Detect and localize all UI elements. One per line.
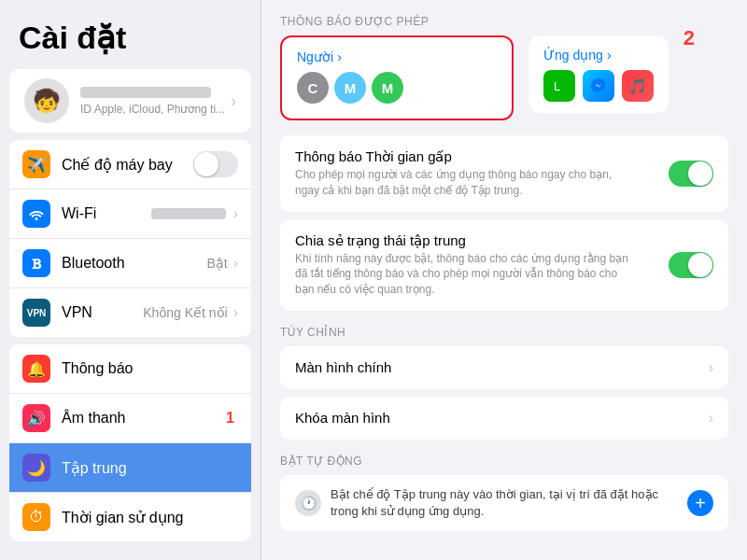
lock-screen-chevron-icon: › (709, 410, 713, 427)
share-label: Chia sẻ trạng thái tập trung (295, 232, 669, 249)
share-status-row: Chia sẻ trạng thái tập trung Khi tính nă… (280, 219, 728, 311)
toggle-thumb (688, 161, 712, 186)
allowed-section: Người › C M M Ứng dụng › (280, 35, 728, 120)
svg-text:L: L (554, 79, 560, 93)
lock-screen-label: Khóa màn hình (295, 410, 390, 426)
urgent-notification-row: Thông báo Thời gian gấp Cho phép mọi ngư… (280, 135, 728, 212)
main-screen-chevron-icon: › (709, 359, 713, 376)
sidebar-section-1: ✈️ Chế độ máy bay Wi-Fi › ʙ Bluetooth Bậ… (9, 140, 251, 337)
sidebar-item-notification[interactable]: 🔔 Thông báo (9, 344, 251, 394)
screentime-label: Thời gian sử dụng (62, 509, 238, 526)
sidebar-item-bluetooth[interactable]: ʙ Bluetooth Bật › (9, 239, 251, 288)
customize-header: TÙY CHỈNH (280, 326, 728, 339)
sound-label: Âm thanh (62, 410, 226, 427)
urgent-row-info: Thông báo Thời gian gấp Cho phép mọi ngư… (295, 148, 669, 199)
person-avatar-m2: M (372, 72, 403, 104)
people-card[interactable]: Người › C M M (280, 35, 514, 120)
urgent-label: Thông báo Thời gian gấp (295, 148, 669, 165)
share-row-info: Chia sẻ trạng thái tập trung Khi tính nă… (295, 232, 669, 298)
sidebar: Cài đặt 🧒 ID Apple, iCloud, Phương ti...… (0, 0, 261, 560)
toggle-thumb-2 (688, 253, 712, 277)
sidebar-item-airplane[interactable]: ✈️ Chế độ máy bay (9, 140, 251, 189)
clock-icon: 🕐 (295, 490, 321, 516)
vpn-value: Không Kết nối (143, 305, 227, 320)
share-desc: Khi tính năng này được bật, thông báo ch… (295, 251, 631, 298)
sidebar-item-screentime[interactable]: ⏱ Thời gian sử dụng (9, 493, 251, 541)
vpn-icon: VPN (22, 299, 50, 327)
sidebar-item-focus[interactable]: 🌙 Tập trung (9, 443, 251, 493)
sidebar-title: Cài đặt (0, 0, 261, 65)
lock-screen-row[interactable]: Khóa màn hình › (280, 397, 728, 440)
sidebar-item-wifi[interactable]: Wi-Fi › (9, 189, 251, 239)
vpn-label: VPN (62, 304, 143, 321)
avatar: 🧒 (24, 78, 69, 123)
wifi-icon (22, 200, 50, 228)
profile-row[interactable]: 🧒 ID Apple, iCloud, Phương ti... › (9, 69, 251, 133)
profile-name-blur (80, 87, 211, 98)
sidebar-section-2: 🔔 Thông báo 🔊 Âm thanh 1 🌙 Tập trung ⏱ T… (9, 344, 251, 541)
bluetooth-label: Bluetooth (62, 255, 206, 272)
line-app-icon: L (543, 70, 575, 102)
allowed-section-header: THÔNG BÁO ĐƯỢC PHÉP (280, 15, 728, 28)
badge-1: 1 (226, 410, 234, 427)
music-app-icon: 🎵 (622, 70, 654, 102)
main-screen-label: Màn hình chính (295, 359, 391, 375)
share-toggle[interactable] (669, 252, 713, 278)
notification-label: Thông báo (62, 360, 238, 377)
vpn-chevron-icon: › (233, 304, 238, 321)
people-card-title: Người › (297, 49, 497, 64)
app-icons: L 🎵 (543, 70, 654, 102)
sound-icon: 🔊 (22, 404, 50, 432)
bluetooth-chevron-icon: › (233, 255, 238, 272)
auto-row-text: Bật chế độ Tập trung này vào thời gian, … (331, 486, 687, 520)
main-panel: THÔNG BÁO ĐƯỢC PHÉP Người › C M M Ứng dụ… (261, 0, 747, 560)
auto-header: BẬT TỰ ĐỘNG (280, 455, 728, 468)
person-avatar-c: C (297, 72, 329, 104)
apps-card[interactable]: Ứng dụng › L (529, 35, 669, 113)
apps-section: Ứng dụng › L (529, 35, 728, 120)
focus-label: Tập trung (62, 459, 238, 477)
airplane-icon: ✈️ (22, 150, 50, 178)
focus-icon: 🌙 (22, 454, 50, 482)
profile-info: ID Apple, iCloud, Phương ti... (80, 87, 231, 116)
add-auto-button[interactable]: + (687, 490, 713, 516)
main-screen-row[interactable]: Màn hình chính › (280, 346, 728, 389)
notification-icon: 🔔 (22, 355, 50, 383)
bluetooth-icon: ʙ (22, 249, 50, 277)
apps-card-header: Ứng dụng › L (529, 35, 669, 113)
profile-chevron-icon: › (231, 91, 236, 111)
wifi-chevron-icon: › (233, 205, 238, 222)
wifi-label: Wi-Fi (62, 205, 151, 222)
people-avatars: C M M (297, 72, 497, 104)
wifi-value-blur (151, 208, 226, 219)
apps-card-title: Ứng dụng › (543, 47, 654, 63)
messenger-app-icon (583, 70, 614, 102)
auto-row-left: 🕐 Bật chế độ Tập trung này vào thời gian… (295, 486, 687, 520)
airplane-toggle[interactable] (193, 151, 238, 177)
auto-row: 🕐 Bật chế độ Tập trung này vào thời gian… (280, 475, 728, 531)
urgent-toggle[interactable] (669, 161, 713, 187)
sidebar-item-vpn[interactable]: VPN VPN Không Kết nối › (9, 288, 251, 337)
sidebar-item-sound[interactable]: 🔊 Âm thanh 1 (9, 394, 251, 443)
airplane-label: Chế độ máy bay (62, 156, 193, 174)
person-avatar-m1: M (334, 72, 366, 104)
urgent-desc: Cho phép mọi người và các ứng dụng thông… (295, 167, 631, 199)
bluetooth-value: Bật (206, 256, 227, 271)
badge-2: 2 (684, 26, 695, 50)
screentime-icon: ⏱ (22, 503, 50, 531)
profile-sub: ID Apple, iCloud, Phương ti... (80, 103, 231, 116)
